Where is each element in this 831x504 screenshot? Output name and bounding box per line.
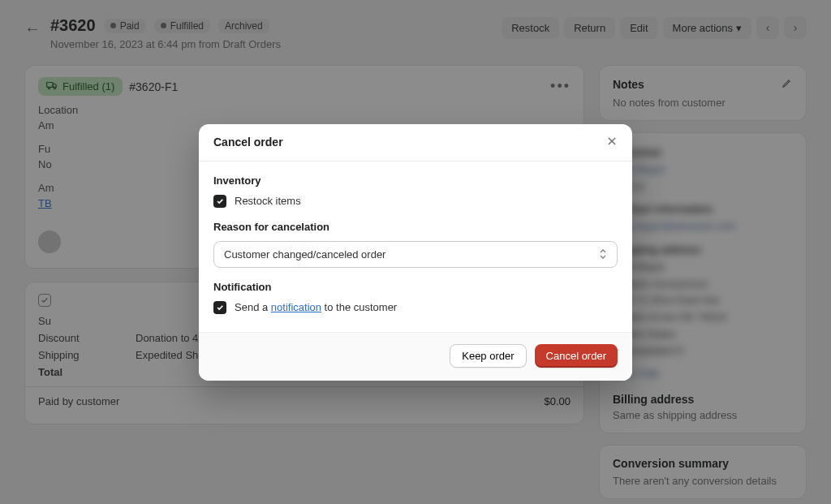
notification-link[interactable]: notification [271, 301, 321, 313]
cancel-order-modal: Cancel order Inventory Restock items Rea… [199, 124, 632, 381]
reason-select[interactable]: Customer changed/canceled order [213, 241, 618, 268]
notify-checkbox-row[interactable]: Send a notification to the customer [213, 301, 618, 314]
notification-label: Notification [213, 281, 618, 293]
keep-order-button[interactable]: Keep order [450, 344, 526, 368]
modal-title: Cancel order [213, 136, 283, 149]
reason-label: Reason for cancelation [213, 221, 618, 233]
notify-suffix: to the customer [321, 301, 397, 313]
restock-checkbox-row[interactable]: Restock items [213, 195, 618, 208]
restock-label: Restock items [235, 195, 301, 207]
notify-prefix: Send a [235, 301, 271, 313]
checkbox-checked-icon [213, 301, 226, 314]
select-chevron-icon [599, 248, 607, 260]
reason-value: Customer changed/canceled order [224, 248, 385, 261]
cancel-order-button[interactable]: Cancel order [535, 344, 618, 368]
inventory-label: Inventory [213, 174, 618, 187]
close-icon[interactable] [606, 136, 618, 149]
modal-overlay: Cancel order Inventory Restock items Rea… [0, 0, 831, 504]
checkbox-checked-icon [213, 195, 226, 208]
